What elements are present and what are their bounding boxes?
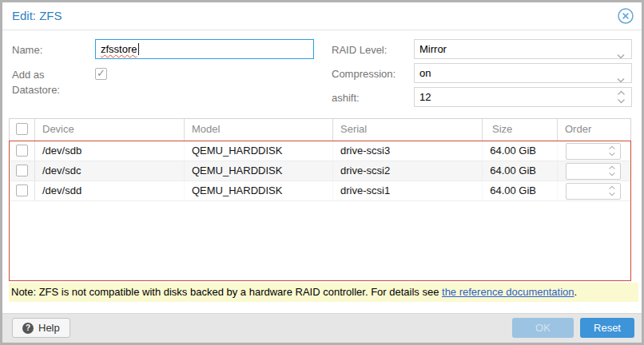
select-all-cell[interactable]: [10, 119, 35, 141]
text-caret: [138, 43, 139, 55]
column-header-device[interactable]: Device: [35, 119, 185, 141]
device-cell: /dev/sdd: [35, 181, 185, 200]
order-spinner[interactable]: [566, 143, 621, 160]
row-checkbox[interactable]: [16, 184, 28, 196]
device-cell: /dev/sdb: [35, 141, 185, 161]
add-datastore-checkbox[interactable]: [95, 68, 107, 80]
order-cell: [558, 141, 630, 161]
ok-button[interactable]: OK: [512, 318, 574, 338]
name-input-value: zfsstore: [101, 43, 137, 55]
table-row[interactable]: /dev/sdc QEMU_HARDDISK drive-scsi2 64.00…: [10, 161, 630, 181]
dialog-title: Edit: ZFS: [12, 2, 62, 30]
zfs-raid-note: Note: ZFS is not compatible with disks b…: [9, 283, 638, 302]
ashift-label: ashift:: [332, 92, 360, 104]
name-label: Name:: [12, 44, 42, 56]
disk-table-header: Device Model Serial Size Order: [9, 118, 631, 141]
raid-level-value: Mirror: [419, 43, 447, 55]
column-header-serial[interactable]: Serial: [333, 119, 483, 141]
raid-level-select[interactable]: Mirror: [414, 39, 632, 59]
order-cell: [558, 181, 630, 200]
order-spinner[interactable]: [566, 163, 621, 180]
row-checkbox[interactable]: [16, 165, 28, 176]
size-cell: 64.00 GiB: [483, 161, 558, 180]
note-suffix: .: [574, 286, 578, 298]
ashift-value: 12: [419, 91, 431, 103]
row-checkbox-cell[interactable]: [10, 181, 35, 200]
reference-documentation-link[interactable]: the reference documentation: [442, 286, 574, 298]
question-circle-icon: ?: [22, 323, 34, 334]
column-header-model[interactable]: Model: [185, 119, 333, 141]
dialog-footer: ? Help OK Reset: [2, 313, 642, 343]
row-checkbox-cell[interactable]: [10, 141, 35, 161]
help-button[interactable]: ? Help: [12, 318, 70, 338]
model-cell: QEMU_HARDDISK: [185, 141, 333, 161]
compression-label: Compression:: [332, 68, 396, 80]
row-checkbox[interactable]: [16, 145, 28, 157]
row-checkbox-cell[interactable]: [10, 161, 35, 180]
chevron-up-down-icon[interactable]: [608, 145, 616, 157]
close-icon[interactable]: [617, 7, 634, 25]
chevron-up-down-icon[interactable]: [608, 165, 616, 176]
serial-cell: drive-scsi3: [333, 141, 483, 161]
help-button-label: Help: [38, 322, 60, 334]
model-cell: QEMU_HARDDISK: [185, 161, 333, 180]
table-row[interactable]: /dev/sdd QEMU_HARDDISK drive-scsi1 64.00…: [10, 181, 630, 201]
reset-button[interactable]: Reset: [580, 318, 634, 338]
size-cell: 64.00 GiB: [483, 181, 558, 200]
order-cell: [558, 161, 630, 180]
dialog-titlebar: Edit: ZFS: [2, 2, 642, 30]
chevron-up-down-icon[interactable]: [617, 90, 626, 104]
table-row[interactable]: /dev/sdb QEMU_HARDDISK drive-scsi3 64.00…: [10, 141, 630, 161]
device-cell: /dev/sdc: [35, 161, 185, 180]
note-text: Note: ZFS is not compatible with disks b…: [11, 286, 442, 298]
order-spinner[interactable]: [566, 183, 621, 200]
edit-zfs-dialog: Edit: ZFS Name: zfsstore Add as Datastor…: [0, 0, 644, 345]
disk-table-body: /dev/sdb QEMU_HARDDISK drive-scsi3 64.00…: [9, 141, 631, 281]
column-header-size[interactable]: Size: [483, 119, 558, 141]
compression-value: on: [419, 67, 431, 79]
add-datastore-label: Add as Datastore:: [12, 67, 79, 97]
select-all-checkbox[interactable]: [16, 123, 28, 135]
ashift-spinner-field[interactable]: 12: [414, 87, 632, 107]
name-input[interactable]: zfsstore: [95, 39, 314, 59]
compression-select[interactable]: on: [414, 63, 632, 83]
model-cell: QEMU_HARDDISK: [185, 181, 333, 200]
serial-cell: drive-scsi2: [333, 161, 483, 180]
serial-cell: drive-scsi1: [333, 181, 483, 200]
raid-level-label: RAID Level:: [332, 44, 387, 56]
column-header-order[interactable]: Order: [558, 119, 630, 141]
chevron-up-down-icon[interactable]: [608, 185, 616, 196]
size-cell: 64.00 GiB: [483, 141, 558, 161]
